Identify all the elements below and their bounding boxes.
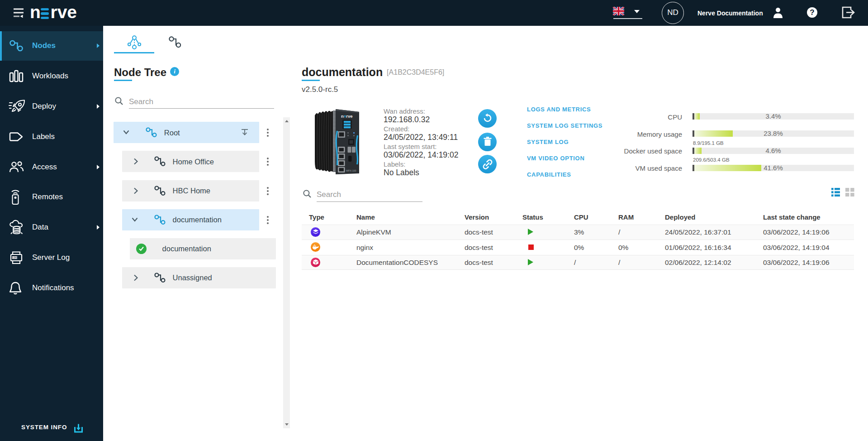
- svg-text:LOG: LOG: [13, 257, 17, 259]
- svg-text:n≡rve: n≡rve: [341, 114, 353, 119]
- svg-text:MFN 100: MFN 100: [346, 169, 356, 172]
